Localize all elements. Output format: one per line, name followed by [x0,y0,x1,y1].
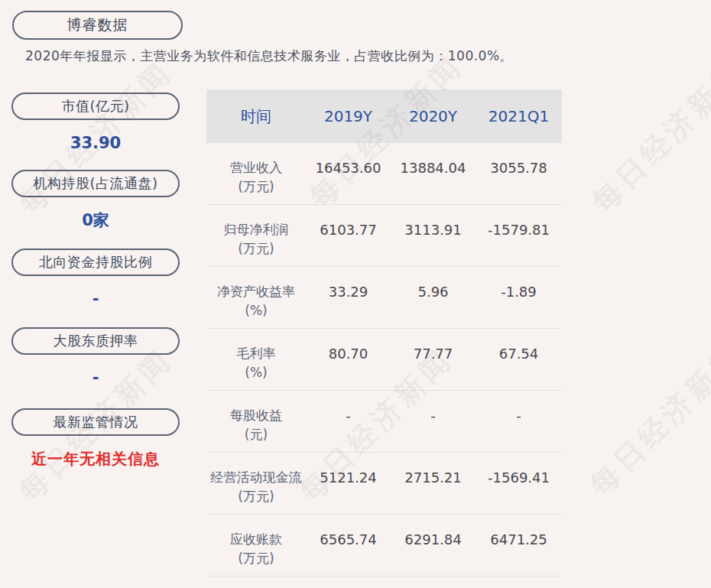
company-name-pill: 博睿数据 [12,11,183,40]
table-row: 毛利率 (%) 80.70 77.77 67.54 [206,329,562,391]
business-summary: 2020年年报显示，主营业务为软件和信息技术服务业，占营收比例为：100.0%。 [25,47,698,65]
watermark-text: 每日经济新闻 [584,51,711,222]
metric-value: 近一年无相关信息 [11,449,180,469]
metric-label-pill: 最新监管情况 [11,408,180,436]
cell-value: -1.89 [476,267,562,328]
table-row: 每股收益 (元) - - - [206,391,562,453]
row-label: 营业收入 (万元) [206,143,306,204]
cell-value: 33.29 [306,267,391,328]
metric-item-pledge-ratio: 大股东质押率 - [11,327,180,398]
cell-value: 6103.77 [306,205,391,266]
metric-unit: (元) [206,425,306,444]
metric-unit: (%) [206,363,306,382]
cell-value: 77.77 [391,329,476,390]
cell-value: 2715.21 [391,453,476,514]
table-row: 营业收入 (万元) 16453.60 13884.04 3055.78 [206,143,562,205]
metric-name: 应收账款 [206,530,306,549]
metric-unit: (万元) [206,239,306,258]
metric-name: 毛利率 [206,344,306,363]
cell-value: 13884.04 [391,143,476,204]
metric-item-market-cap: 市值(亿元) 33.90 [11,93,180,163]
financials-table: 时间 2019Y 2020Y 2021Q1 营业收入 (万元) 16453.60… [206,89,562,577]
metric-unit: (万元) [206,177,306,197]
metric-name: 每股收益 [206,406,306,425]
metric-unit: (万元) [206,549,306,568]
column-header-2021q1: 2021Q1 [476,89,562,143]
cell-value: 6565.74 [306,515,391,576]
metrics-sidebar: 市值(亿元) 33.90 机构持股(占流通盘) 0家 北向资金持股比例 - 大股… [11,93,180,490]
column-header-2020y: 2020Y [391,89,476,143]
table-row: 应收账款 (万元) 6565.74 6291.84 6471.25 [206,515,562,577]
metric-item-institutional-holdings: 机构持股(占流通盘) 0家 [11,170,180,240]
table-row: 归母净利润 (万元) 6103.77 3113.91 -1579.81 [206,205,562,267]
row-label: 归母净利润 (万元) [206,205,306,266]
metric-unit: (%) [206,301,306,320]
cell-value: -1579.81 [476,205,562,266]
column-header-time: 时间 [206,89,306,143]
metric-unit: (万元) [206,487,306,506]
metric-value: 33.90 [11,133,180,154]
row-label: 每股收益 (元) [206,391,306,452]
metric-value: - [11,368,180,388]
cell-value: 80.70 [306,329,391,390]
cell-value: 5.96 [391,267,476,328]
table-header-row: 时间 2019Y 2020Y 2021Q1 [206,89,562,143]
metric-name: 经营活动现金流 [206,468,306,487]
row-label: 经营活动现金流 (万元) [206,453,306,514]
row-label: 净资产收益率 (%) [206,267,306,328]
row-label: 应收账款 (万元) [206,515,306,576]
metric-label-pill: 大股东质押率 [11,327,180,355]
cell-value: - [306,391,391,452]
cell-value: 6291.84 [391,515,476,576]
company-name: 博睿数据 [67,15,128,35]
metric-value: - [11,289,180,310]
cell-value: 5121.24 [306,453,391,514]
cell-value: - [391,391,476,452]
table-row: 净资产收益率 (%) 33.29 5.96 -1.89 [206,267,562,329]
metric-name: 净资产收益率 [206,282,306,301]
cell-value: 6471.25 [476,515,562,576]
column-header-2019y: 2019Y [306,89,391,143]
cell-value: - [476,391,562,452]
metric-item-northbound-holdings: 北向资金持股比例 - [11,249,180,319]
cell-value: 67.54 [476,329,562,390]
metric-name: 归母净利润 [206,220,306,239]
table-row: 经营活动现金流 (万元) 5121.24 2715.21 -1569.41 [206,453,562,515]
cell-value: -1569.41 [476,453,562,514]
watermark-text: 每日经济新闻 [582,334,711,505]
metric-label-pill: 北向资金持股比例 [11,249,180,276]
metric-name: 营业收入 [206,158,306,177]
row-label: 毛利率 (%) [206,329,306,390]
metric-value: 0家 [11,210,180,231]
metric-label-pill: 机构持股(占流通盘) [11,170,180,197]
stock-data-card: 每日经济新闻 每日经济新闻 每日经济新闻 每日经济新闻 每日经济新闻 每日经济新… [0,0,711,588]
cell-value: 3113.91 [391,205,476,266]
metric-item-regulatory-status: 最新监管情况 近一年无相关信息 [11,408,180,479]
cell-value: 16453.60 [306,143,391,204]
metric-label-pill: 市值(亿元) [11,93,180,120]
cell-value: 3055.78 [476,143,562,204]
